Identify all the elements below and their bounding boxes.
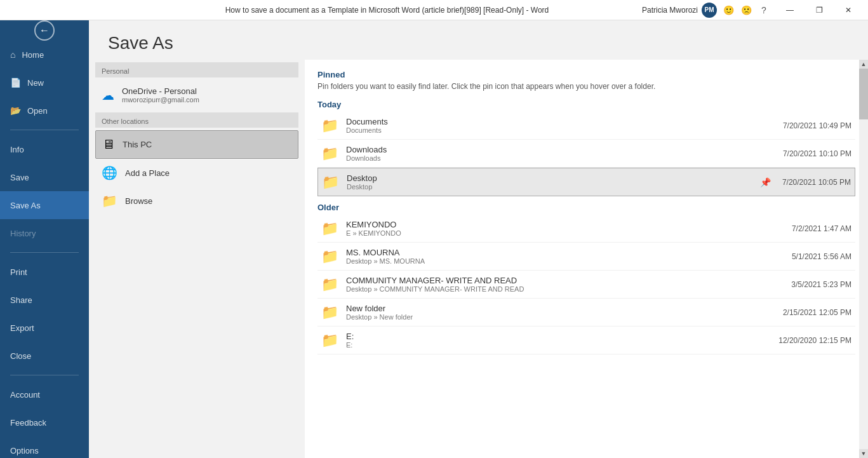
downloads-date: 7/20/2021 10:10 PM — [783, 149, 851, 158]
older-label: Older — [317, 203, 855, 212]
new-folder-date: 2/15/2021 12:05 PM — [783, 308, 851, 317]
sidebar-item-close[interactable]: Close — [0, 342, 89, 370]
e-drive-name: E: — [346, 332, 772, 341]
sidebar-item-export[interactable]: Export — [0, 314, 89, 342]
sidebar-item-options[interactable]: Options — [0, 436, 89, 458]
today-label: Today — [317, 100, 855, 109]
file-row-desktop[interactable]: 📁 Desktop Desktop 📌 7/20/2021 10:05 PM — [317, 168, 855, 196]
new-folder-icon: 📁 — [321, 304, 338, 321]
onedrive-sub: mworozipurr@gmail.com — [122, 96, 199, 104]
sad-icon[interactable]: 🙁 — [738, 3, 754, 18]
file-row-documents[interactable]: 📁 Documents Documents 7/20/2021 10:49 PM — [317, 112, 855, 140]
file-row-e-drive[interactable]: 📁 E: E: 12/20/2020 12:15 PM — [317, 327, 855, 354]
smiley-icon[interactable]: 🙂 — [721, 3, 736, 18]
kemiyondo-date: 7/2/2021 1:47 AM — [792, 224, 851, 233]
addplace-name: Add a Place — [125, 168, 170, 178]
content-area: Save As Personal ☁ OneDrive - Personal m… — [89, 20, 868, 458]
pin-icon[interactable]: 📌 — [760, 177, 771, 187]
help-icon[interactable]: ? — [756, 3, 771, 18]
documents-path: Documents — [346, 126, 777, 134]
e-drive-icon: 📁 — [321, 332, 338, 349]
home-icon: ⌂ — [10, 50, 15, 60]
locations-panel: Personal ☁ OneDrive - Personal mworozipu… — [89, 60, 305, 458]
documents-name: Documents — [346, 117, 777, 126]
onedrive-name: OneDrive - Personal — [122, 86, 199, 96]
minimize-button[interactable]: — — [775, 0, 805, 20]
e-drive-path: E: — [346, 341, 772, 349]
onedrive-icon: ☁ — [102, 88, 114, 103]
documents-date: 7/20/2021 10:49 PM — [783, 121, 851, 130]
files-panel: Pinned Pin folders you want to easily fi… — [305, 60, 868, 458]
sidebar-item-save[interactable]: Save — [0, 163, 89, 191]
file-row-downloads[interactable]: 📁 Downloads Downloads 7/20/2021 10:10 PM — [317, 140, 855, 168]
community-manager-folder-icon: 📁 — [321, 276, 338, 293]
back-icon: ← — [34, 20, 55, 41]
sidebar-item-info[interactable]: Info — [0, 135, 89, 163]
open-icon: 📂 — [10, 105, 21, 116]
window-title: How to save a document as a Template in … — [132, 6, 642, 15]
e-drive-date: 12/20/2020 12:15 PM — [778, 336, 851, 345]
new-icon: 📄 — [10, 77, 21, 88]
community-manager-date: 3/5/2021 5:23 PM — [791, 280, 851, 289]
file-row-community-manager[interactable]: 📁 COMMUNITY MANAGER- WRITE AND READ Desk… — [317, 271, 855, 299]
desktop-name: Desktop — [347, 173, 760, 183]
community-manager-path: Desktop » COMMUNITY MANAGER- WRITE AND R… — [346, 285, 785, 293]
location-browse[interactable]: 📁 Browse — [95, 187, 298, 215]
content-body: Personal ☁ OneDrive - Personal mworozipu… — [89, 60, 868, 458]
sidebar-bottom: Account Feedback Options — [0, 370, 89, 458]
close-button[interactable]: ✕ — [834, 0, 863, 20]
other-section-label: Other locations — [95, 112, 298, 128]
documents-folder-icon: 📁 — [321, 118, 338, 134]
title-bar: How to save a document as a Template in … — [0, 0, 868, 20]
sidebar-item-print[interactable]: Print — [0, 258, 89, 286]
desktop-folder-icon: 📁 — [322, 174, 339, 191]
sidebar-item-feedback[interactable]: Feedback — [0, 408, 89, 436]
ms-mourna-path: Desktop » MS. MOURNA — [346, 257, 785, 265]
sidebar-item-account[interactable]: Account — [0, 381, 89, 408]
sidebar-item-share[interactable]: Share — [0, 286, 89, 314]
ms-mourna-date: 5/1/2021 5:56 AM — [792, 252, 851, 261]
ms-mourna-name: MS. MOURNA — [346, 248, 785, 257]
file-row-new-folder[interactable]: 📁 New folder Desktop » New folder 2/15/2… — [317, 299, 855, 327]
user-name-label: Patricia Mworozi — [642, 6, 698, 15]
personal-section-label: Personal — [95, 62, 298, 77]
sidebar-item-history: History — [0, 219, 89, 247]
sidebar-item-open[interactable]: 📂 Open — [0, 97, 89, 125]
user-avatar[interactable]: PM — [702, 3, 717, 18]
file-row-ms-mourna[interactable]: 📁 MS. MOURNA Desktop » MS. MOURNA 5/1/20… — [317, 243, 855, 271]
scroll-up-arrow[interactable]: ▲ — [859, 60, 868, 69]
page-title: Save As — [89, 20, 868, 60]
sidebar-item-home[interactable]: ⌂ Home — [0, 41, 89, 69]
browse-icon: 📁 — [102, 193, 117, 208]
sidebar-item-save-as[interactable]: Save As — [0, 191, 89, 219]
maximize-button[interactable]: ❐ — [805, 0, 834, 20]
back-button[interactable]: ← — [0, 20, 89, 41]
kemiyondo-folder-icon: 📁 — [321, 220, 338, 237]
thispc-icon: 🖥 — [102, 137, 115, 152]
community-manager-name: COMMUNITY MANAGER- WRITE AND READ — [346, 276, 785, 285]
location-thispc[interactable]: 🖥 This PC — [95, 130, 298, 159]
pinned-label: Pinned — [317, 70, 855, 79]
file-row-kemiyondo[interactable]: 📁 KEMIYONDO E » KEMIYONDO 7/2/2021 1:47 … — [317, 215, 855, 243]
kemiyondo-path: E » KEMIYONDO — [346, 229, 785, 237]
downloads-folder-icon: 📁 — [321, 145, 338, 162]
addplace-icon: 🌐 — [102, 165, 117, 180]
kemiyondo-name: KEMIYONDO — [346, 220, 785, 229]
downloads-name: Downloads — [346, 145, 777, 154]
desktop-path: Desktop — [347, 183, 760, 191]
location-onedrive[interactable]: ☁ OneDrive - Personal mworozipurr@gmail.… — [95, 80, 298, 110]
sidebar-divider-1 — [10, 130, 79, 130]
scroll-down-arrow[interactable]: ▼ — [859, 449, 868, 458]
sidebar: ← ⌂ Home 📄 New 📂 Open Info Save — [0, 20, 89, 458]
browse-name: Browse — [125, 196, 152, 206]
location-addplace[interactable]: 🌐 Add a Place — [95, 159, 298, 187]
new-folder-path: Desktop » New folder — [346, 313, 777, 321]
sidebar-divider-3 — [10, 375, 79, 375]
pinned-desc: Pin folders you want to easily find late… — [317, 82, 855, 91]
thispc-name: This PC — [123, 140, 152, 149]
sidebar-item-new[interactable]: 📄 New — [0, 69, 89, 97]
ms-mourna-folder-icon: 📁 — [321, 248, 338, 265]
scrollbar-thumb[interactable] — [859, 69, 868, 119]
sidebar-divider-2 — [10, 252, 79, 253]
scrollbar[interactable]: ▲ ▼ — [859, 60, 868, 458]
